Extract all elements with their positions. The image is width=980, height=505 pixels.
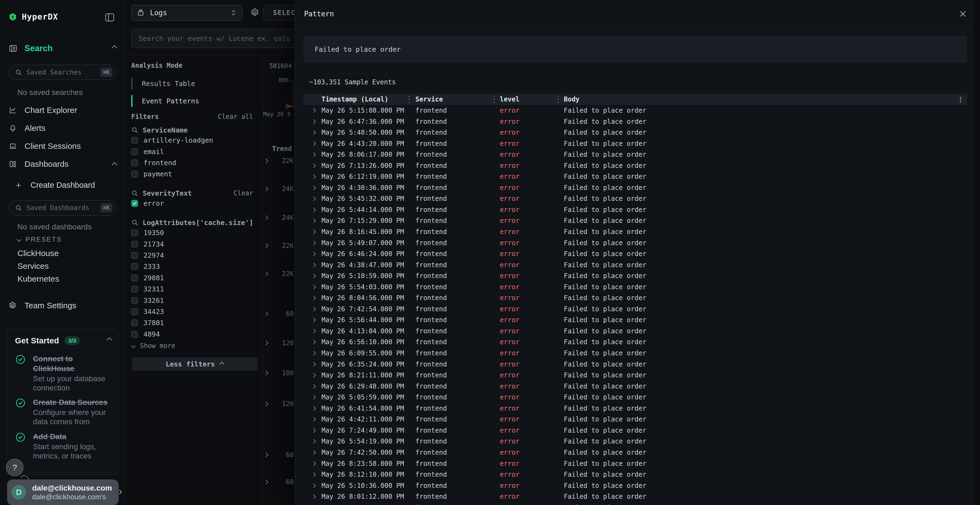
event-row[interactable]: May 26 4:13:04.000 PMfrontenderrorFailed… — [304, 326, 967, 337]
source-selector[interactable]: Logs — [131, 5, 242, 21]
event-row[interactable]: May 26 4:43:20.000 PMfrontenderrorFailed… — [304, 138, 967, 149]
mode-results-table[interactable]: Results Table — [131, 78, 251, 89]
expand-chevron-icon[interactable] — [312, 494, 316, 499]
facet-option-19350[interactable]: 19350 — [131, 227, 253, 238]
checkbox[interactable] — [131, 297, 138, 304]
event-row[interactable]: May 26 8:01:12.000 PMfrontenderrorFailed… — [304, 491, 967, 502]
expand-chevron-icon[interactable] — [312, 185, 316, 190]
event-row[interactable]: May 26 5:44:14.000 PMfrontenderrorFailed… — [304, 204, 967, 216]
event-row[interactable]: May 26 8:16:45.000 PMfrontenderrorFailed… — [304, 226, 967, 238]
expand-chevron-icon[interactable] — [312, 395, 316, 400]
event-row[interactable]: May 26 6:35:24.000 PMfrontenderrorFailed… — [304, 359, 967, 370]
preset-clickhouse[interactable]: ClickHouse — [18, 249, 59, 258]
column-resize-handle[interactable] — [557, 96, 558, 103]
pattern-row[interactable]: 22K — [262, 240, 298, 251]
expand-chevron-icon[interactable] — [312, 296, 316, 300]
user-menu[interactable]: D dale@clickhouse.com dale@clickhouse.co… — [7, 480, 119, 505]
checkbox[interactable] — [131, 159, 138, 166]
expand-chevron-icon[interactable] — [312, 241, 316, 245]
facet-option-email[interactable]: email — [131, 146, 253, 157]
pattern-row[interactable]: 22K — [262, 156, 298, 166]
expand-chevron-icon[interactable] — [312, 340, 316, 345]
event-row[interactable]: May 26 6:41:54.000 PMfrontenderrorFailed… — [304, 403, 967, 414]
chevron-up-icon[interactable] — [113, 159, 116, 169]
facet-option-33261[interactable]: 33261 — [131, 295, 253, 306]
pattern-row[interactable]: 60 — [262, 308, 298, 319]
checkbox[interactable] — [131, 286, 138, 292]
search-icon[interactable] — [131, 127, 138, 133]
facet-option-32311[interactable]: 32311 — [131, 284, 253, 295]
expand-chevron-icon[interactable] — [312, 163, 316, 168]
checkbox[interactable] — [131, 229, 138, 236]
source-settings-gear-icon[interactable] — [250, 8, 260, 17]
get-started-item[interactable]: Connect to ClickHouse Set up your databa… — [15, 354, 111, 392]
pattern-row[interactable]: 24K — [262, 183, 298, 194]
expand-chevron-icon[interactable] — [312, 318, 316, 322]
expand-chevron-icon[interactable] — [312, 384, 316, 389]
event-row[interactable]: May 26 4:30:36.000 PMfrontenderrorFailed… — [304, 182, 967, 194]
expand-chevron-icon[interactable] — [312, 306, 316, 311]
event-row[interactable]: May 26 5:10:36.000 PMfrontenderrorFailed… — [304, 480, 967, 491]
facet-option-21734[interactable]: 21734 — [131, 238, 253, 249]
chevron-up-icon[interactable] — [107, 338, 111, 343]
event-row[interactable]: May 26 5:56:44.000 PMfrontenderrorFailed… — [304, 314, 967, 326]
preset-kubernetes[interactable]: Kubernetes — [18, 274, 59, 284]
expand-chevron-icon[interactable] — [312, 230, 316, 234]
search-icon[interactable] — [131, 219, 138, 226]
pattern-row[interactable]: 120 — [262, 399, 298, 409]
facet-option-frontend[interactable]: frontend — [131, 157, 253, 168]
expand-chevron-icon[interactable] — [312, 274, 316, 278]
pattern-row[interactable]: 60 — [262, 476, 298, 487]
facet-option-error[interactable]: error — [131, 198, 253, 209]
expand-chevron-icon[interactable] — [312, 130, 316, 135]
expand-chevron-icon[interactable] — [312, 351, 316, 356]
checkbox[interactable] — [131, 308, 138, 315]
expand-chevron-icon[interactable] — [312, 406, 316, 411]
event-row[interactable]: May 26 5:10:59.000 PMfrontenderrorFailed… — [304, 270, 967, 282]
preset-services[interactable]: Services — [18, 262, 49, 271]
checkbox[interactable] — [131, 171, 138, 178]
pattern-row[interactable]: 120 — [262, 338, 298, 349]
column-resize-handle[interactable] — [493, 96, 495, 103]
event-row[interactable]: May 26 6:09:55.000 PMfrontenderrorFailed… — [304, 348, 967, 359]
event-row[interactable]: May 26 8:23:58.000 PMfrontenderrorFailed… — [304, 458, 967, 469]
event-row[interactable]: May 26 5:54:03.000 PMfrontenderrorFailed… — [304, 282, 967, 293]
saved-searches-input[interactable]: ⌘K — [9, 65, 116, 80]
search-icon[interactable] — [131, 190, 138, 197]
saved-searches-field[interactable] — [26, 68, 96, 76]
event-row[interactable]: May 26 6:25:44.000 PMfrontenderrorFailed… — [304, 502, 967, 505]
expand-chevron-icon[interactable] — [312, 108, 316, 113]
event-row[interactable]: May 26 5:49:07.000 PMfrontenderrorFailed… — [304, 238, 967, 249]
mode-event-patterns[interactable]: Event Patterns — [131, 95, 251, 107]
event-row[interactable]: May 26 6:46:24.000 PMfrontenderrorFailed… — [304, 248, 967, 260]
expand-chevron-icon[interactable] — [312, 197, 316, 201]
expand-chevron-icon[interactable] — [312, 472, 316, 477]
event-row[interactable]: May 26 5:05:59.000 PMfrontenderrorFailed… — [304, 392, 967, 403]
chevron-up-icon[interactable] — [113, 46, 116, 51]
pattern-row[interactable]: 60 — [262, 449, 298, 461]
expand-chevron-icon[interactable] — [312, 373, 316, 378]
event-row[interactable]: May 26 5:15:08.000 PMfrontenderrorFailed… — [304, 105, 967, 116]
event-row[interactable]: May 26 6:12:19.000 PMfrontenderrorFailed… — [304, 171, 967, 182]
expand-chevron-icon[interactable] — [312, 219, 316, 223]
facet-option-29081[interactable]: 29081 — [131, 272, 253, 284]
event-row[interactable]: May 26 6:56:10.000 PMfrontenderrorFailed… — [304, 337, 967, 348]
less-filters-button[interactable]: Less filters — [132, 357, 258, 371]
expand-chevron-icon[interactable] — [312, 417, 316, 422]
event-row[interactable]: May 26 6:47:36.000 PMfrontenderrorFailed… — [304, 116, 967, 127]
pattern-row[interactable]: 180 — [262, 368, 298, 378]
event-row[interactable]: May 26 7:24:49.000 PMfrontenderrorFailed… — [304, 425, 967, 436]
presets-toggle[interactable]: PRESETS — [18, 236, 62, 243]
event-row[interactable]: May 26 5:54:19.000 PMfrontenderrorFailed… — [304, 436, 967, 447]
sidebar-section-search[interactable]: Search — [9, 43, 116, 53]
collapse-sidebar-icon[interactable] — [105, 13, 115, 22]
checkbox[interactable] — [131, 319, 138, 326]
expand-chevron-icon[interactable] — [312, 141, 316, 146]
expand-chevron-icon[interactable] — [312, 428, 316, 433]
event-row[interactable]: May 26 8:06:17.000 PMfrontenderrorFailed… — [304, 149, 967, 160]
expand-chevron-icon[interactable] — [312, 483, 316, 488]
expand-chevron-icon[interactable] — [312, 450, 316, 455]
saved-dashboards-field[interactable] — [26, 204, 96, 212]
event-row[interactable]: May 26 5:45:32.000 PMfrontenderrorFailed… — [304, 193, 967, 204]
event-row[interactable]: May 26 7:42:54.000 PMfrontenderrorFailed… — [304, 304, 967, 315]
